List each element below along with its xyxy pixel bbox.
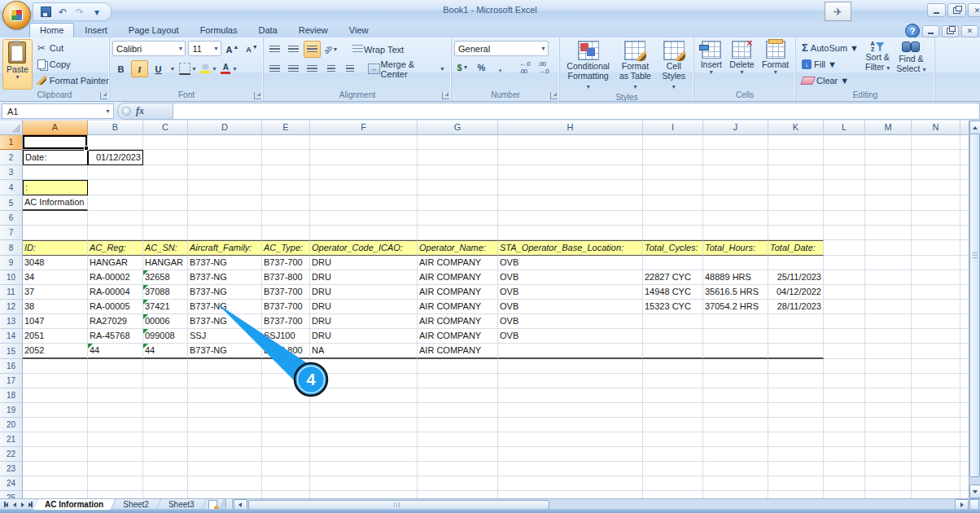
cell-J17[interactable]	[703, 374, 768, 388]
cell-G15[interactable]: AIR COMPANY	[418, 344, 498, 359]
cell-B3[interactable]	[88, 165, 143, 180]
formula-input[interactable]	[173, 103, 980, 120]
cell-F21[interactable]	[310, 432, 418, 447]
cell-E25[interactable]	[262, 491, 310, 498]
cell-C9[interactable]: HANGAR	[143, 256, 188, 270]
decrease-indent-button[interactable]	[322, 60, 339, 77]
cell-F9[interactable]: DRU	[310, 256, 418, 270]
cell-N14[interactable]	[912, 329, 960, 344]
cell-D17[interactable]	[188, 374, 262, 388]
column-header-J[interactable]: J	[703, 121, 768, 135]
last-sheet-button[interactable]	[27, 500, 34, 509]
cell-E21[interactable]	[262, 432, 310, 447]
tab-insert[interactable]: Insert	[74, 23, 118, 37]
cell-J15[interactable]	[703, 344, 768, 359]
cell-styles-button[interactable]: Cell Styles ▾	[657, 39, 691, 92]
comma-style-button[interactable]: ,	[492, 59, 509, 76]
cell-J6[interactable]	[703, 211, 768, 226]
cell-J12[interactable]: 37054.2 HRS	[703, 300, 768, 314]
cell-J13[interactable]	[703, 314, 768, 329]
cell-G2[interactable]	[418, 150, 498, 165]
cell-E18[interactable]	[262, 388, 310, 403]
cell-E2[interactable]	[262, 150, 310, 165]
cell-A16[interactable]	[23, 359, 88, 374]
cell-F11[interactable]: DRU	[310, 285, 418, 300]
cut-button[interactable]: ✂Cut	[33, 40, 112, 55]
vertical-scrollbar[interactable]	[969, 121, 980, 498]
cell-I2[interactable]	[643, 150, 703, 165]
cell-D19[interactable]	[188, 403, 262, 418]
cell-H10[interactable]: OVB	[498, 270, 643, 285]
autosum-button[interactable]: ΣAutoSum▼	[798, 40, 862, 55]
cell-M11[interactable]	[865, 285, 912, 300]
cell-K3[interactable]	[768, 165, 824, 180]
cell-G18[interactable]	[418, 388, 498, 403]
cell-B6[interactable]	[88, 211, 143, 226]
cell-J9[interactable]	[703, 256, 768, 270]
cell-C17[interactable]	[143, 374, 188, 388]
cell-B5[interactable]	[88, 195, 143, 211]
cell-M13[interactable]	[865, 314, 912, 329]
cell-A3[interactable]	[23, 165, 88, 180]
column-header-D[interactable]: D	[188, 121, 262, 135]
cell-M3[interactable]	[865, 165, 912, 180]
row-header-2[interactable]: 2	[0, 150, 23, 165]
row-header-25[interactable]: 25	[0, 491, 23, 498]
cell-K25[interactable]	[768, 491, 824, 498]
cell-D24[interactable]	[188, 476, 262, 491]
cell-D7[interactable]	[188, 226, 262, 240]
number-dialog-launcher[interactable]	[550, 92, 558, 99]
cell-N13[interactable]	[912, 314, 960, 329]
cell-G13[interactable]: AIR COMPANY	[418, 314, 498, 329]
percent-style-button[interactable]: %	[473, 59, 490, 76]
align-center-button[interactable]	[285, 60, 302, 77]
cell-N11[interactable]	[912, 285, 960, 300]
cell-J14[interactable]	[703, 329, 768, 344]
cell-E15[interactable]: B737-800	[262, 344, 310, 359]
cell-D6[interactable]	[188, 211, 262, 226]
cell-M4[interactable]	[865, 180, 912, 195]
cell-I16[interactable]	[643, 359, 703, 374]
cell-H1[interactable]	[498, 135, 643, 150]
cell-J24[interactable]	[703, 476, 768, 491]
cell-D2[interactable]	[188, 150, 262, 165]
cell-C20[interactable]	[143, 418, 188, 432]
cell-L20[interactable]	[824, 418, 865, 432]
cell-N2[interactable]	[912, 150, 960, 165]
cell-J16[interactable]	[703, 359, 768, 374]
underline-dropdown[interactable]: ▼	[168, 60, 177, 77]
cell-N20[interactable]	[912, 418, 960, 432]
scroll-up-button[interactable]	[969, 121, 980, 134]
cell-B12[interactable]: RA-00005	[88, 300, 143, 314]
cell-F13[interactable]: DRU	[310, 314, 418, 329]
cell-F14[interactable]: DRU	[310, 329, 418, 344]
cell-H4[interactable]	[498, 180, 643, 195]
font-color-button[interactable]: A▼	[220, 60, 238, 77]
cell-A4[interactable]: :	[23, 180, 88, 195]
underline-button[interactable]: U	[150, 60, 167, 77]
cell-A14[interactable]: 2051	[23, 329, 88, 344]
cell-M15[interactable]	[865, 344, 912, 359]
cell-C15[interactable]: 44	[143, 344, 188, 359]
cell-J20[interactable]	[703, 418, 768, 432]
cell-J2[interactable]	[703, 150, 768, 165]
cell-M7[interactable]	[865, 226, 912, 240]
cell-H14[interactable]: OVB	[498, 329, 643, 344]
cell-H25[interactable]	[498, 491, 643, 498]
cell-F16[interactable]	[310, 359, 418, 374]
cell-F22[interactable]	[310, 447, 418, 462]
row-header-23[interactable]: 23	[0, 462, 23, 476]
cell-M10[interactable]	[865, 270, 912, 285]
merge-center-button[interactable]: ↔Merge & Center▼	[365, 60, 448, 77]
cell-L6[interactable]	[824, 211, 865, 226]
cell-N21[interactable]	[912, 432, 960, 447]
cell-K24[interactable]	[768, 476, 824, 491]
cell-H17[interactable]	[498, 374, 643, 388]
cell-C12[interactable]: 37421	[143, 300, 188, 314]
cell-B19[interactable]	[88, 403, 143, 418]
clipboard-dialog-launcher[interactable]	[100, 92, 107, 99]
select-all-button[interactable]	[0, 121, 23, 135]
cell-A19[interactable]	[23, 403, 88, 418]
format-cells-button[interactable]: Format ▾	[759, 39, 792, 90]
cell-G22[interactable]	[418, 447, 498, 462]
